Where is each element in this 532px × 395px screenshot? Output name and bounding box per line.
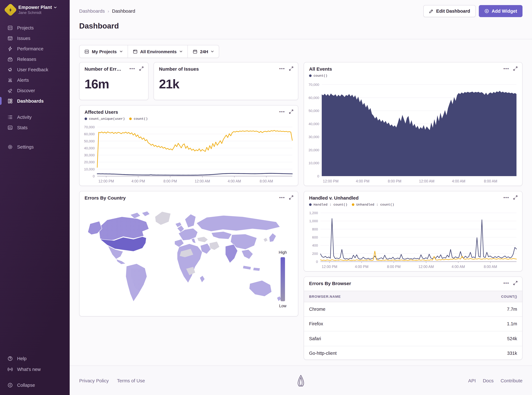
filter-bar: My Projects All Environments 24H xyxy=(79,45,219,58)
widget-title: All Events xyxy=(309,66,332,71)
expand-icon[interactable] xyxy=(513,66,518,71)
svg-text:8:00 AM: 8:00 AM xyxy=(484,265,497,269)
svg-text:0: 0 xyxy=(317,174,319,178)
count-cell: 524k xyxy=(507,336,522,341)
sidebar-item-dashboards[interactable]: Dashboards xyxy=(0,96,70,106)
sidebar-collapse-button[interactable]: Collapse xyxy=(0,380,70,390)
sidebar-item-projects[interactable]: Projects xyxy=(0,22,70,33)
widget-title: Errors By Country xyxy=(85,195,126,201)
breadcrumb-dashboards[interactable]: Dashboards xyxy=(79,8,105,14)
big-number-value: 21k xyxy=(159,77,179,91)
svg-text:10,000: 10,000 xyxy=(309,161,319,165)
widget-menu-button[interactable]: ••• xyxy=(504,281,509,285)
sidebar-item-alerts[interactable]: Alerts xyxy=(0,75,70,85)
org-name: Empower Plant xyxy=(18,5,52,10)
sidebar-item-user-feedback[interactable]: User Feedback xyxy=(0,64,70,75)
discover-icon xyxy=(7,88,13,93)
count-cell: 7.7m xyxy=(507,307,522,312)
table-body: Chrome 7.7m Firefox 1.1m Safari 524k Go-… xyxy=(304,302,522,360)
expand-icon[interactable] xyxy=(139,66,144,71)
expand-icon[interactable] xyxy=(289,195,293,200)
widget-menu-button[interactable]: ••• xyxy=(279,67,285,70)
svg-text:4:00 AM: 4:00 AM xyxy=(228,179,241,183)
svg-text:40,000: 40,000 xyxy=(84,146,95,150)
column-header-count[interactable]: COUNT() xyxy=(501,295,522,298)
widget-errors-by-country: Errors By Country ••• xyxy=(79,191,298,316)
header-actions: Edit Dashboard Add Widget xyxy=(423,5,522,17)
expand-icon[interactable] xyxy=(289,66,293,71)
svg-text:50,000: 50,000 xyxy=(309,109,319,113)
sentry-logo[interactable] xyxy=(297,374,305,389)
svg-text:0: 0 xyxy=(316,260,318,264)
add-widget-button[interactable]: Add Widget xyxy=(479,5,522,17)
issues-icon xyxy=(7,35,13,41)
svg-text:800: 800 xyxy=(312,227,318,231)
table-row-safari[interactable]: Safari 524k xyxy=(304,331,522,346)
sidebar-item-label: User Feedback xyxy=(17,67,48,72)
svg-text:4:00 PM: 4:00 PM xyxy=(131,179,145,183)
widget-menu-button[interactable]: ••• xyxy=(279,110,285,113)
breadcrumb-current: Dashboard xyxy=(112,8,135,14)
docs-link[interactable]: Docs xyxy=(483,378,494,383)
app-window: Empower Plant Jane Schmidt Projects Issu… xyxy=(0,0,532,395)
sidebar-item-stats[interactable]: Stats xyxy=(0,122,70,133)
privacy-policy-link[interactable]: Privacy Policy xyxy=(79,378,109,383)
org-switcher[interactable]: Empower Plant Jane Schmidt xyxy=(0,0,70,18)
world-choropleth-map[interactable] xyxy=(83,204,295,313)
svg-text:70,000: 70,000 xyxy=(84,125,95,129)
sidebar-item-settings[interactable]: Settings xyxy=(0,142,70,152)
contribute-link[interactable]: Contribute xyxy=(501,378,522,383)
date-range-filter[interactable]: 24H xyxy=(187,45,219,58)
widget-menu-button[interactable]: ••• xyxy=(504,196,509,199)
svg-text:0: 0 xyxy=(93,174,95,178)
table-row-go-http-client[interactable]: Go-http-client 331k xyxy=(304,346,522,361)
svg-text:8:00 PM: 8:00 PM xyxy=(163,179,177,183)
chevron-down-icon xyxy=(179,50,183,53)
performance-icon xyxy=(7,46,13,51)
widget-title: Affected Users xyxy=(85,109,118,115)
widget-menu-button[interactable]: ••• xyxy=(130,67,135,70)
sidebar: Empower Plant Jane Schmidt Projects Issu… xyxy=(0,0,70,395)
sidebar-item-discover[interactable]: Discover xyxy=(0,85,70,96)
sidebar-item-whats-new[interactable]: What's new xyxy=(0,364,70,375)
svg-text:12:00 AM: 12:00 AM xyxy=(418,265,434,269)
terms-of-use-link[interactable]: Terms of Use xyxy=(117,378,145,383)
widget-menu-button[interactable]: ••• xyxy=(279,196,285,199)
edit-dashboard-button[interactable]: Edit Dashboard xyxy=(423,5,475,17)
environment-filter[interactable]: All Environments xyxy=(127,45,187,58)
chevron-down-icon xyxy=(211,50,214,53)
svg-text:12:00 AM: 12:00 AM xyxy=(419,179,434,183)
column-header-browser-name[interactable]: BROWSER.NAME xyxy=(304,295,341,298)
table-row-firefox[interactable]: Firefox 1.1m xyxy=(304,317,522,331)
affected-users-chart[interactable]: 010,00020,00030,00040,00050,00060,00070,… xyxy=(82,125,295,184)
api-link[interactable]: API xyxy=(468,378,476,383)
sidebar-item-issues[interactable]: Issues xyxy=(0,33,70,43)
expand-icon[interactable] xyxy=(513,195,518,200)
svg-text:12:00 PM: 12:00 PM xyxy=(323,179,338,183)
sidebar-item-label: Dashboards xyxy=(17,98,44,104)
svg-text:60,000: 60,000 xyxy=(309,96,319,100)
sidebar-bottom: Help What's new Collapse xyxy=(0,353,70,390)
svg-text:12:00 PM: 12:00 PM xyxy=(98,179,114,183)
table-row-chrome[interactable]: Chrome 7.7m xyxy=(304,302,522,317)
svg-text:4:00 AM: 4:00 AM xyxy=(452,179,465,183)
sidebar-item-releases[interactable]: Releases xyxy=(0,54,70,64)
widget-menu-button[interactable]: ••• xyxy=(504,67,509,70)
sidebar-item-performance[interactable]: Performance xyxy=(0,43,70,54)
map-color-scale: High Low xyxy=(277,250,289,308)
expand-icon[interactable] xyxy=(289,109,293,114)
svg-text:8:00 PM: 8:00 PM xyxy=(387,265,401,269)
map-scale-low-label: Low xyxy=(277,304,289,308)
handled-v-unhandled-chart[interactable]: 02004006008001,0001,20012:00 PM4:00 PM8:… xyxy=(307,210,520,269)
all-events-chart[interactable]: 010,00020,00030,00040,00050,00060,00070,… xyxy=(307,82,520,184)
project-filter[interactable]: My Projects xyxy=(80,45,127,58)
sidebar-item-activity[interactable]: Activity xyxy=(0,112,70,122)
chevron-down-icon xyxy=(54,5,57,9)
legend-item: count_unique(user) xyxy=(85,117,125,121)
widget-all-events: All Events ••• count() 010,00020,00030,0… xyxy=(304,62,522,186)
sidebar-item-help[interactable]: Help xyxy=(0,353,70,364)
legend-item: Handled : count() xyxy=(309,203,347,207)
dashboards-icon xyxy=(7,98,13,104)
lightning-bolt-icon xyxy=(8,7,13,12)
expand-icon[interactable] xyxy=(513,281,518,285)
